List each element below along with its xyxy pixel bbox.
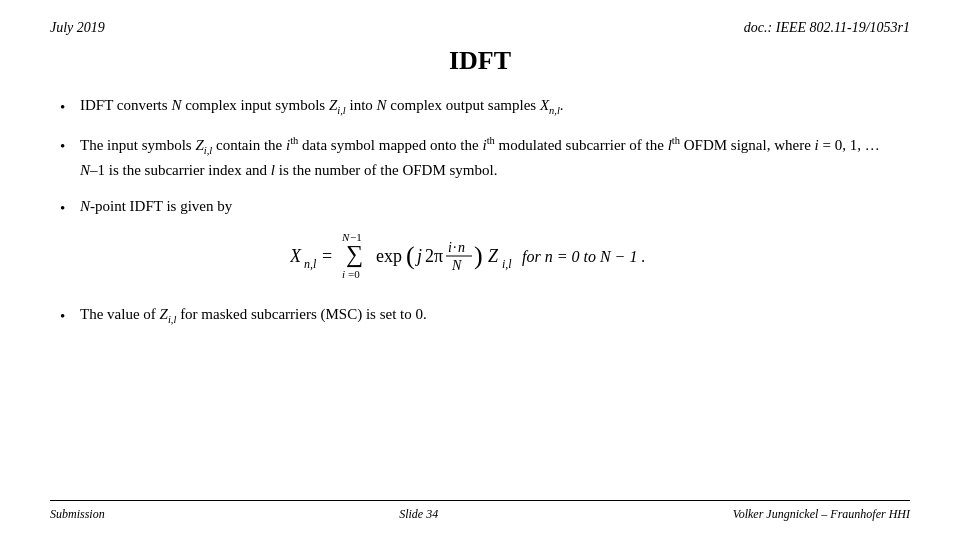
svg-text:(: (: [406, 241, 415, 270]
bullet-text-2: The input symbols Zi,l contain the ith d…: [80, 133, 900, 181]
header: July 2019 doc.: IEEE 802.11-19/1053r1: [50, 20, 910, 36]
bullet-dot-1: •: [60, 96, 80, 119]
slide: July 2019 doc.: IEEE 802.11-19/1053r1 ID…: [0, 0, 960, 540]
content-area: • IDFT converts N complex input symbols …: [50, 94, 910, 327]
svg-text:=: =: [322, 246, 332, 266]
footer: Submission Slide 34 Volker Jungnickel – …: [50, 500, 910, 522]
svg-text:exp: exp: [376, 246, 402, 266]
svg-text:Z: Z: [488, 246, 499, 266]
svg-text:n: n: [458, 240, 465, 255]
svg-text:X: X: [290, 246, 302, 266]
svg-text:−1: −1: [350, 231, 362, 243]
svg-text:2π: 2π: [425, 246, 443, 266]
svg-text:i,l: i,l: [502, 257, 512, 271]
svg-text:i: i: [342, 268, 345, 280]
bullet-text-3: N-point IDFT is given by X n,l = ∑ N −1 …: [80, 195, 900, 289]
bullet-dot-2: •: [60, 135, 80, 158]
formula: X n,l = ∑ N −1 i =0 exp (: [100, 226, 900, 281]
svg-text:N: N: [451, 258, 462, 273]
svg-text:j: j: [415, 246, 422, 266]
slide-title: IDFT: [50, 46, 910, 76]
bullet-text-4: The value of Zi,l for masked subcarriers…: [80, 303, 900, 328]
footer-left: Submission: [50, 507, 105, 522]
bullet-item-4: • The value of Zi,l for masked subcarrie…: [60, 303, 900, 328]
svg-text:for n = 0 to N − 1 .: for n = 0 to N − 1 .: [522, 248, 645, 266]
bullet-item-3: • N-point IDFT is given by X n,l = ∑ N −…: [60, 195, 900, 289]
header-date: July 2019: [50, 20, 105, 36]
footer-center: Slide 34: [399, 507, 438, 522]
svg-text:N: N: [341, 231, 350, 243]
bullet-item-1: • IDFT converts N complex input symbols …: [60, 94, 900, 119]
bullet-item-2: • The input symbols Zi,l contain the ith…: [60, 133, 900, 181]
footer-right: Volker Jungnickel – Fraunhofer HHI: [733, 507, 910, 522]
svg-text:i: i: [448, 240, 452, 255]
bullet-text-1: IDFT converts N complex input symbols Zi…: [80, 94, 900, 119]
svg-text:n,l: n,l: [304, 257, 317, 271]
bullet-dot-3: •: [60, 197, 80, 220]
svg-text:): ): [474, 241, 483, 270]
svg-text:∑: ∑: [346, 241, 363, 268]
header-doc: doc.: IEEE 802.11-19/1053r1: [744, 20, 910, 36]
bullet-dot-4: •: [60, 305, 80, 328]
svg-text:=0: =0: [348, 268, 360, 280]
svg-text:·: ·: [453, 240, 457, 255]
